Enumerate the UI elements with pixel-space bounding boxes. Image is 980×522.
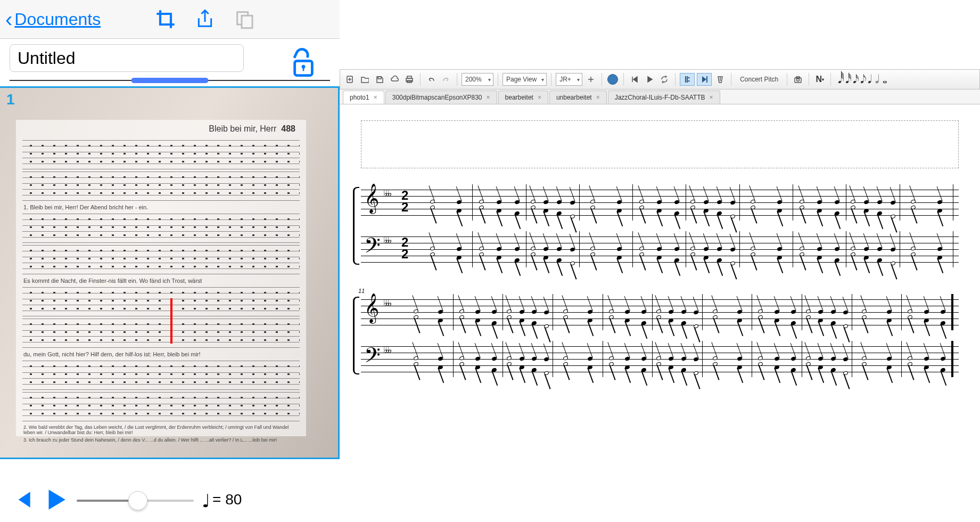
note[interactable] [497,255,503,260]
note[interactable] [456,208,462,213]
measure[interactable] [526,231,580,267]
rewind-button[interactable] [11,488,34,513]
note[interactable] [681,368,687,373]
note[interactable] [624,317,630,323]
note[interactable] [924,364,929,370]
note[interactable] [430,199,435,205]
bass-staff[interactable]: 𝄢 ♭♭♭ 22 [361,236,959,262]
note[interactable] [681,321,687,326]
measure[interactable] [653,341,703,377]
tempo-slider[interactable] [77,500,194,502]
note[interactable] [750,205,756,210]
note[interactable] [717,258,722,263]
note[interactable] [861,356,867,361]
note[interactable] [413,356,419,361]
note[interactable] [563,309,569,314]
note[interactable] [817,255,822,260]
note[interactable] [886,317,892,323]
note[interactable] [924,356,929,361]
measure[interactable] [793,184,846,221]
note[interactable] [940,368,946,373]
document-tab[interactable]: 300dpiBitmapscanEpsonXP830× [385,91,497,104]
note[interactable] [774,309,780,314]
note[interactable] [624,364,630,370]
note[interactable] [530,246,536,251]
note[interactable] [531,321,537,326]
zoom-combo[interactable]: 200% [462,73,493,86]
measure[interactable] [686,231,739,267]
note[interactable] [843,356,849,362]
measure[interactable] [802,341,852,377]
close-icon[interactable]: × [374,94,377,101]
note[interactable] [703,208,709,213]
note[interactable] [491,321,497,326]
close-icon[interactable]: × [709,94,713,101]
note[interactable] [438,309,443,314]
note[interactable] [737,364,743,370]
note[interactable] [910,252,916,257]
note[interactable] [834,258,840,263]
note[interactable] [656,315,662,320]
note[interactable] [818,317,823,323]
note[interactable] [530,205,536,210]
measure[interactable] [603,341,653,377]
duplicate-button[interactable] [233,7,256,31]
note[interactable] [799,246,805,251]
measure[interactable] [793,231,846,267]
note[interactable] [438,364,443,370]
measure[interactable] [740,231,793,267]
note[interactable] [843,309,849,315]
note[interactable] [717,200,722,205]
note[interactable] [459,362,465,367]
note[interactable] [656,356,662,361]
note[interactable] [674,200,680,205]
page-scrubber[interactable] [10,80,330,81]
duration-whole[interactable]: 𝅝 [880,72,885,86]
note[interactable] [886,356,892,361]
note[interactable] [506,309,512,314]
cloud-button[interactable] [388,73,401,86]
measure[interactable] [473,184,526,221]
bass-staff[interactable]: 𝄢 ♭♭♭ [361,346,959,372]
note[interactable] [890,260,896,266]
note[interactable] [674,258,680,263]
measure[interactable] [526,184,580,221]
note[interactable] [514,200,520,205]
note[interactable] [543,356,549,362]
note[interactable] [556,211,562,216]
note[interactable] [861,309,867,314]
note[interactable] [563,356,569,361]
document-title-input[interactable] [10,44,244,72]
measure[interactable] [553,294,603,330]
document-tab[interactable]: bearbeitet× [498,91,548,104]
note[interactable] [890,247,896,252]
note[interactable] [937,208,943,213]
measure[interactable] [752,341,802,377]
note[interactable] [590,205,596,210]
note[interactable] [937,255,943,260]
measure[interactable] [454,294,504,330]
note[interactable] [616,255,622,260]
score-canvas[interactable]: 𝄞 ♭♭♭ 22 𝄢 ♭♭♭ 22 11 𝄞 ♭♭♭ [340,104,980,504]
note[interactable] [475,364,481,370]
note[interactable] [907,362,913,367]
note[interactable] [456,246,462,251]
note[interactable] [799,199,805,205]
note[interactable] [543,246,549,251]
note[interactable] [639,246,645,251]
measure[interactable] [902,294,953,330]
note[interactable] [543,199,549,205]
note[interactable] [479,246,484,251]
note[interactable] [940,321,946,326]
tempo-slider-knob[interactable] [128,491,147,510]
measure[interactable] [419,184,473,221]
note[interactable] [843,323,849,329]
measure[interactable] [580,184,633,221]
note[interactable] [757,362,763,367]
measure[interactable] [703,341,753,377]
note[interactable] [886,309,892,314]
note[interactable] [830,321,836,326]
note[interactable] [850,205,856,210]
note[interactable] [737,317,743,323]
document-tab[interactable]: photo1× [343,91,384,104]
